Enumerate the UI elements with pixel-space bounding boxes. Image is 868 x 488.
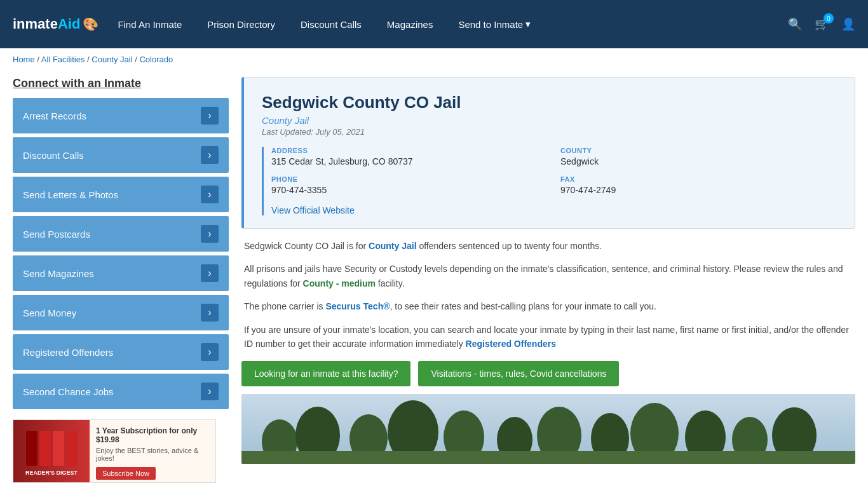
desc1-text: Sedgwick County CO Jail is for [244,241,369,251]
action-buttons: Looking for an inmate at this facility? … [241,361,855,386]
svg-rect-13 [241,451,855,464]
info-phone: PHONE 970-474-3355 [271,175,548,195]
nav-icons: 🔍 🛒 0 👤 [788,17,855,31]
ad-text-area: 1 Year Subscription for only $19.98 Enjo… [90,420,215,482]
desc1-county-jail-link[interactable]: County Jail [369,241,416,251]
fax-label: FAX [560,175,837,183]
sidebar-item-send-magazines-label: Send Magazines [23,268,94,279]
fax-value: 970-474-2749 [560,185,837,195]
desc2-county-medium-link[interactable]: County - medium [303,278,376,288]
ad-banner[interactable]: READER'S DIGEST 1 Year Subscription for … [13,419,216,483]
phone-label: PHONE [271,175,548,183]
sidebar-item-discount-calls[interactable]: Discount Calls › [13,137,229,173]
logo: inmate Aid 🎨 [13,16,98,32]
county-value: Sedgwick [560,156,837,166]
info-fax: FAX 970-474-2749 [560,175,837,195]
cart-button[interactable]: 🛒 0 [815,17,829,31]
sidebar-title: Connect with an Inmate [13,77,229,90]
ad-subscribe-button[interactable]: Subscribe Now [96,467,156,480]
breadcrumb-home[interactable]: Home [13,55,35,64]
sidebar-item-second-chance-jobs-label: Second Chance Jobs [23,386,114,397]
sidebar-arrow-registered-offenders: › [201,343,219,361]
search-icon: 🔍 [788,18,802,30]
sidebar-arrow-send-letters: › [201,186,219,203]
visitations-button[interactable]: Visitations - times, rules, Covid cancel… [418,361,619,386]
find-inmate-button[interactable]: Looking for an inmate at this facility? [241,361,410,386]
logo-aid: Aid [58,16,80,32]
desc1-text-b: offenders sentenced up to twenty four mo… [417,241,602,251]
sidebar-item-arrest-records-label: Arrest Records [23,111,86,121]
breadcrumb-county-jail[interactable]: County Jail [92,55,132,64]
sidebar-item-send-letters[interactable]: Send Letters & Photos › [13,177,229,212]
facility-photo-svg [241,394,855,464]
facility-photo [241,394,855,464]
sidebar-arrow-send-money: › [201,304,219,322]
nav-send-to-inmate[interactable]: Send to Inmate ▾ [458,18,531,30]
desc3-securus-link[interactable]: Securus Tech® [325,301,390,311]
user-button[interactable]: 👤 [841,17,855,31]
ad-subscription-price: 1 Year Subscription for only $19.98 [96,426,209,444]
facility-updated: Last Updated: July 05, 2021 [262,127,837,137]
ad-magazine-name: READER'S DIGEST [23,470,80,476]
dropdown-arrow-icon: ▾ [526,18,531,30]
description-paragraph-3: The phone carrier is Securus Tech®, to s… [244,299,853,313]
breadcrumb: Home / All Facilities / County Jail / Co… [0,48,868,71]
sidebar-item-registered-offenders[interactable]: Registered Offenders › [13,334,229,370]
ad-book-stack: READER'S DIGEST [13,420,90,482]
facility-info-divider: ADDRESS 315 Cedar St, Julesburg, CO 8073… [262,147,837,215]
header: inmate Aid 🎨 Find An Inmate Prison Direc… [0,0,868,48]
sidebar-item-send-postcards[interactable]: Send Postcards › [13,216,229,252]
main-content: Sedgwick County CO Jail County Jail Last… [241,77,855,483]
sidebar-item-second-chance-jobs[interactable]: Second Chance Jobs › [13,374,229,409]
cart-badge: 0 [824,13,834,24]
description-section: Sedgwick County CO Jail is for County Ja… [241,239,855,351]
logo-icons: 🎨 [83,17,98,32]
info-county: COUNTY Sedgwick [560,147,837,166]
sidebar-item-send-postcards-label: Send Postcards [23,229,90,240]
desc3-text-b: , to see their rates and best-calling pl… [390,301,656,311]
county-label: COUNTY [560,147,837,154]
breadcrumb-all-facilities[interactable]: All Facilities [41,55,85,64]
desc2-text-b: facility. [376,278,405,288]
description-paragraph-4: If you are unsure of your inmate's locat… [244,323,853,351]
sidebar-arrow-second-chance-jobs: › [201,383,219,400]
main-container: Connect with an Inmate Arrest Records › … [0,71,868,488]
sidebar-item-send-letters-label: Send Letters & Photos [23,189,118,200]
facility-type: County Jail [262,115,837,126]
sidebar-item-discount-calls-label: Discount Calls [23,150,84,161]
sidebar: Connect with an Inmate Arrest Records › … [13,77,229,483]
address-label: ADDRESS [271,147,548,154]
desc3-text: The phone carrier is [244,301,325,311]
nav-discount-calls[interactable]: Discount Calls [301,19,362,30]
info-address: ADDRESS 315 Cedar St, Julesburg, CO 8073… [271,147,548,166]
nav-find-inmate[interactable]: Find An Inmate [118,19,182,30]
logo-area: inmate Aid 🎨 [13,16,98,32]
phone-value: 970-474-3355 [271,185,548,195]
logo-inmate: inmate [13,16,58,32]
official-website-link[interactable]: View Official Website [271,205,355,215]
address-value: 315 Cedar St, Julesburg, CO 80737 [271,156,548,166]
facility-card: Sedgwick County CO Jail County Jail Last… [241,77,855,229]
sidebar-item-send-money-label: Send Money [23,308,76,318]
ad-tagline: Enjoy the BEST stories, advice & jokes! [96,447,209,462]
desc4-registered-offenders-link[interactable]: Registered Offenders [466,339,556,349]
sidebar-arrow-send-magazines: › [201,264,219,282]
ad-banner-inner: READER'S DIGEST 1 Year Subscription for … [13,420,215,482]
sidebar-arrow-send-postcards: › [201,225,219,243]
search-button[interactable]: 🔍 [788,17,802,31]
sidebar-arrow-arrest-records: › [201,107,219,125]
description-paragraph-1: Sedgwick County CO Jail is for County Ja… [244,239,853,253]
sidebar-item-arrest-records[interactable]: Arrest Records › [13,98,229,133]
breadcrumb-state[interactable]: Colorado [139,55,173,64]
sidebar-item-send-money[interactable]: Send Money › [13,295,229,330]
sidebar-item-registered-offenders-label: Registered Offenders [23,347,113,358]
nav-prison-directory[interactable]: Prison Directory [207,19,275,30]
main-nav: Find An Inmate Prison Directory Discount… [118,18,788,30]
info-grid: ADDRESS 315 Cedar St, Julesburg, CO 8073… [271,147,837,195]
description-paragraph-2: All prisons and jails have Security or C… [244,262,853,290]
send-to-inmate-label: Send to Inmate [458,19,523,30]
sidebar-arrow-discount-calls: › [201,146,219,164]
sidebar-item-send-magazines[interactable]: Send Magazines › [13,255,229,291]
nav-magazines[interactable]: Magazines [387,19,433,30]
user-icon: 👤 [841,18,855,30]
